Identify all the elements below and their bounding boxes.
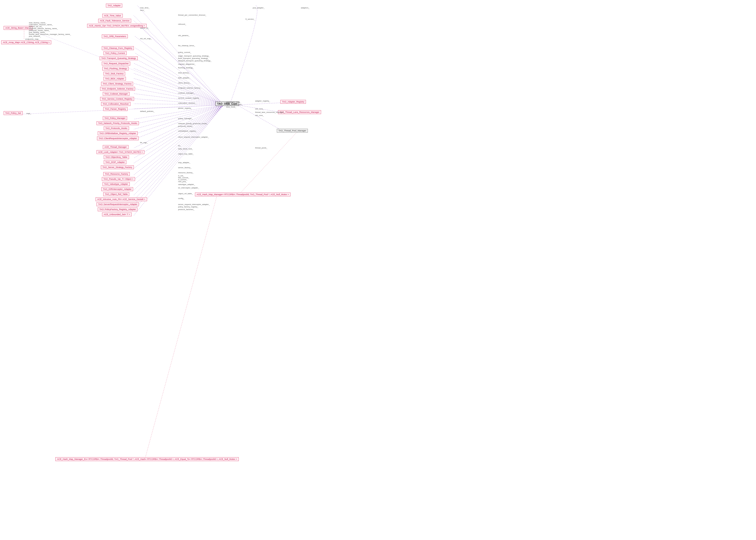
node-tao-iorinterceptor-adapter: TAO_IORInterceptor_Adapter (101, 187, 133, 191)
node-label: TAO_Parser_Registry (105, 108, 126, 110)
label-bidir-adapter: bidir_adapter_ (178, 77, 190, 79)
node-label: ACE_Unbounded_Set< T > (104, 213, 130, 215)
node-label: TAO_Resource_Factory (105, 173, 128, 175)
node-tao-network-priority-protocols-hooks: TAO_Network_Priority_Protocols_Hooks (96, 121, 139, 125)
node-label: ACE_Hash_Map_Manager_Ex< RTCORBA::Thread… (57, 458, 237, 460)
node-tao-pseudo-var: TAO_Pseudo_Var_T< Object > (102, 177, 135, 181)
node-label: TAO::PolicyFactory_Registry_Adapter (99, 208, 136, 210)
node-tao-policy-manager: TAO_Policy_Manager (103, 116, 127, 120)
node-tao-orb-parameters: TAO_ORB_Parameters (102, 34, 128, 38)
node-tao-thread-pool-manager: TAO_Thread_Pool_Manager (277, 129, 308, 133)
node-label: TAO_Pseudo_Var_T< Object > (103, 178, 133, 180)
node-ace-time-value: ACE_Time_Value (102, 14, 123, 18)
node-label: TAO_Endpoint_Selector_Factory (102, 87, 133, 90)
label-time-hook: time_hook_ (226, 106, 236, 108)
node-label: TAO_Object_Ref_Table (105, 193, 128, 196)
node-label: ACE_Lock_Adapter< TAO_SYNCH_MUTEX > (98, 151, 143, 153)
node-tao-object-ref-table: TAO_Object_Ref_Table (103, 192, 129, 196)
node-label: TAO_Codeset_Manager (104, 93, 128, 95)
label-server-request-interceptor-adapter: server_request_interceptor_adapter_ (178, 203, 210, 205)
label-protocol-factories: protocol_factories_ (178, 208, 195, 210)
node-tao-objectkey-table: TAO::ObjectKey_Table (104, 155, 129, 159)
node-label: ACE_Atomic_Op< TAO_SYNCH_MUTEX, unsigned… (89, 25, 145, 27)
label-ior-interceptor-adapter: ior_interceptor_adapter_ (178, 187, 199, 189)
label-root-poa: root_poa_ (178, 181, 187, 183)
label-data-block-lock: data_block_lock_ (178, 148, 193, 150)
node-ace-hash-map-manager: ACE_Hash_Map_Manager< RTCORBA::Threadpoo… (195, 193, 290, 197)
node-tao-adapter: TAO_Adapter (106, 4, 122, 7)
node-label: TAO_Policy_Manager (104, 117, 125, 119)
node-tao-service-context-registry: TAO_Service_Context_Registry (100, 97, 134, 101)
svg-line-34 (134, 105, 224, 205)
node-tao-protocols-hooks: TAO_Protocols_Hooks (104, 126, 129, 130)
label-valuetype-adapter: valuetype_adapter_ (178, 183, 195, 186)
label-object-ref-table: object_ref_table_ (178, 193, 193, 195)
label-delayed-transport: delayed_transport_queueing_strategy_ (178, 60, 212, 62)
svg-line-28 (134, 105, 224, 175)
label-protocols-hooks: protocols_hooks_ (178, 125, 193, 127)
node-tao-request-dispatcher: TAO_Request_Dispatcher (102, 62, 130, 66)
node-label: TAO::ClientRequestInterceptor_Adapter (99, 137, 137, 140)
node-ace-array-map: ACE_Array_Map< ACE_CString, ACE_CString … (1, 41, 51, 44)
label-default-policies: default_policies_ (140, 110, 155, 112)
label-request-dispatcher: request_dispatcher_ (178, 63, 196, 65)
svg-line-37 (237, 102, 286, 105)
node-label: TAO_Valuetype_Adapter (104, 183, 128, 185)
label-orbinitializer-registry: orbinitializer_registry_ (178, 130, 197, 132)
node-label: TAO::ORBInitializer_Registry_Adapter (99, 132, 136, 135)
label-client-factory: client_factory_ (178, 82, 191, 84)
label-orb-core-2: orb_core_ (255, 114, 264, 116)
label-client-request-interceptor-adapter: client_request_interceptor_adapter_ (178, 136, 209, 138)
node-label: TAO::ObjectKey_Table (105, 156, 127, 158)
node-ace-thread-manager: ACE_Thread_Manager (103, 145, 128, 149)
label-config: config_ (178, 197, 184, 200)
label-endpoint-selector-factory: endpoint_selector_factory_ (178, 87, 201, 89)
node-label: TAO_Adapter_Registry (282, 101, 304, 103)
node-label: TAO_Stub_Factory (105, 72, 123, 75)
node-label: TAO_Flushing_Strategy (104, 68, 127, 70)
label-thread-pools: thread_pools_ (255, 147, 267, 149)
node-tao-policy-set: TAO_Policy_Set (4, 111, 23, 115)
node-label: TAO_Policy_Current (105, 52, 125, 55)
label-parser-registry: parser_registry_ (178, 107, 192, 109)
node-tao-adapter-registry: TAO_Adapter_Registry (280, 100, 306, 104)
node-tao-orbinitializer-registry-adapter: TAO::ORBInitializer_Registry_Adapter (98, 131, 138, 135)
label-thread-lane-resources-manager: thread_lane_resources_manager_ (255, 111, 284, 113)
node-label: ACE_Array_Map< ACE_CString, ACE_CString … (3, 41, 50, 44)
node-ace-hash-map-manager-ex: ACE_Hash_Map_Manager_Ex< RTCORBA::Thread… (55, 457, 239, 461)
node-label: TAO::Transport_Queueing_Strategy (101, 57, 136, 60)
node-tao-serverrequestinterceptor-adapter: TAO::ServerRequestInterceptor_Adapter (96, 202, 139, 206)
node-tao-policyfactory-registry-adapter: TAO::PolicyFactory_Registry_Adapter (98, 207, 137, 211)
node-label: TAO_Network_Priority_Protocols_Hooks (98, 122, 137, 124)
node-tao-collocation-resolver: TAO_Collocation_Resolver (101, 102, 130, 106)
svg-line-43 (144, 197, 217, 461)
node-label: ACE_Hash_Map_Manager< RTCORBA::Threadpoo… (197, 193, 289, 196)
node-label: ACE_Time_Value (104, 14, 121, 17)
node-ace-unbounded-set: ACE_Unbounded_Set< T > (102, 212, 132, 216)
node-tao-stub-factory: TAO_Stub_Factory (103, 72, 125, 75)
label-policy-manager: policy_manager_ (178, 117, 193, 120)
node-tao-bidir-adapter: TAO_BiDir_Adapter (103, 77, 126, 80)
label-policy-factory-registry: policy_factory_registry_ (178, 206, 198, 208)
label-flushing-strategy: flushing_strategy_ (178, 67, 194, 69)
node-tao-parser-registry: TAO_Parser_Registry (103, 107, 128, 111)
node-tao-transport-queueing-strategy: TAO::Transport_Queueing_Strategy (100, 56, 138, 60)
node-label: TAO_IORInterceptor_Adapter (103, 188, 131, 190)
label-endpoints-map: endpoints_map_ (25, 38, 40, 40)
node-label: ACE_Intrusive_Auto_Ptr< ACE_Service_Gest… (97, 198, 145, 201)
node-tao-server-strategy-factory: TAO_Server_Strategy_Factory (101, 165, 134, 169)
node-ace-atomic-op: ACE_Atomic_Op< TAO_SYNCH_MUTEX, unsigned… (87, 24, 147, 28)
node-label: TAO::ServerRequestInterceptor_Adapter (98, 203, 137, 205)
node-ace-intrusive-auto-ptr: ACE_Intrusive_Auto_Ptr< ACE_Service_Gest… (95, 197, 147, 201)
label-poa-adapter: poa_adapter_ (253, 7, 264, 9)
label-policy-current: policy_current_ (178, 51, 191, 54)
node-label: TAO_Server_Strategy_Factory (102, 166, 132, 169)
label-orb-core-right: orb_core_ (255, 108, 264, 110)
node-label: ACE_Thread_Manager (104, 146, 127, 148)
label-poa-network: poa_network_ (29, 35, 41, 37)
label-object-key-table: object_key_table_ (178, 153, 194, 155)
label-sync-scope-hook: sync_scope_hook_ (226, 103, 243, 106)
diagram-container: TAO_Adapter ACE_Time_Value ACE_Fault_Tol… (0, 0, 756, 540)
label-ft-service: ft_service_ (245, 18, 255, 20)
label-orb-params: orb_params_ (178, 34, 190, 37)
